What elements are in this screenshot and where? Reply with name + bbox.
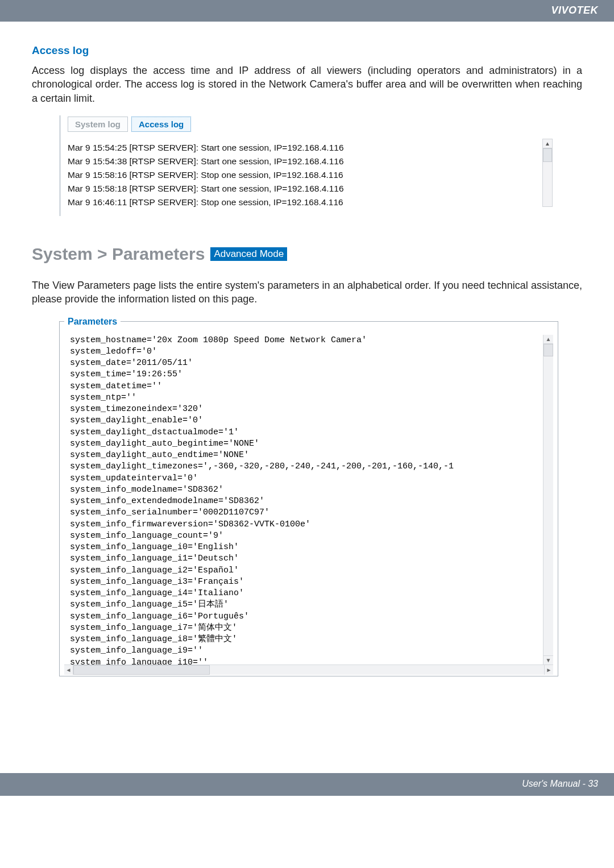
scroll-left-icon[interactable]: ◄: [64, 665, 73, 675]
scroll-thumb[interactable]: [73, 665, 210, 675]
brand-text: VIVOTEK: [551, 5, 598, 16]
log-entry: Mar 9 15:54:38 [RTSP SERVER]: Start one …: [68, 155, 548, 168]
scroll-up-icon[interactable]: ▲: [543, 139, 552, 148]
log-entry: Mar 9 15:58:18 [RTSP SERVER]: Start one …: [68, 182, 548, 196]
log-body: Mar 9 15:54:25 [RTSP SERVER]: Start one …: [61, 135, 555, 216]
log-entry: Mar 9 16:46:11 [RTSP SERVER]: Stop one s…: [68, 196, 548, 209]
scroll-right-icon[interactable]: ►: [544, 665, 553, 675]
tab-access-log[interactable]: Access log: [131, 117, 191, 132]
system-parameters-heading: System > Parameters Advanced Mode: [32, 244, 582, 264]
scroll-track[interactable]: [73, 665, 544, 675]
scroll-up-icon[interactable]: ▲: [544, 335, 553, 344]
page-footer: User's Manual - 33: [0, 773, 614, 796]
page-content: Access log Access log displays the acces…: [0, 22, 614, 676]
parameters-intro: The View Parameters page lists the entir…: [32, 279, 582, 306]
advanced-mode-badge: Advanced Mode: [210, 247, 287, 261]
scroll-thumb[interactable]: [544, 344, 553, 356]
parameters-legend: Parameters: [64, 317, 121, 327]
log-tab-row: System log Access log: [61, 115, 555, 132]
system-parameters-title: System > Parameters: [32, 244, 205, 264]
parameters-lines: system_hostname='20x Zoom 1080p Speed Do…: [64, 335, 553, 665]
footer-text: User's Manual - 33: [522, 779, 598, 788]
parameters-panel: Parameters system_hostname='20x Zoom 108…: [59, 317, 558, 676]
tab-system-log[interactable]: System log: [68, 117, 128, 132]
parameters-textarea[interactable]: system_hostname='20x Zoom 1080p Speed Do…: [64, 335, 553, 665]
log-vertical-scrollbar[interactable]: ▲: [542, 139, 553, 207]
log-entry: Mar 9 15:58:16 [RTSP SERVER]: Stop one s…: [68, 168, 548, 182]
params-vertical-scrollbar[interactable]: ▲ ▼: [543, 335, 553, 665]
page-header: VIVOTEK: [0, 0, 614, 22]
params-horizontal-scrollbar[interactable]: ◄ ►: [64, 665, 553, 675]
scroll-thumb[interactable]: [543, 148, 552, 162]
log-entry: Mar 9 15:54:25 [RTSP SERVER]: Start one …: [68, 141, 548, 155]
access-log-panel: System log Access log Mar 9 15:54:25 [RT…: [59, 115, 555, 216]
access-log-intro: Access log displays the access time and …: [32, 64, 582, 105]
access-log-heading: Access log: [32, 44, 582, 57]
parameters-fieldset: Parameters system_hostname='20x Zoom 108…: [59, 317, 558, 676]
scroll-down-icon[interactable]: ▼: [544, 655, 553, 665]
